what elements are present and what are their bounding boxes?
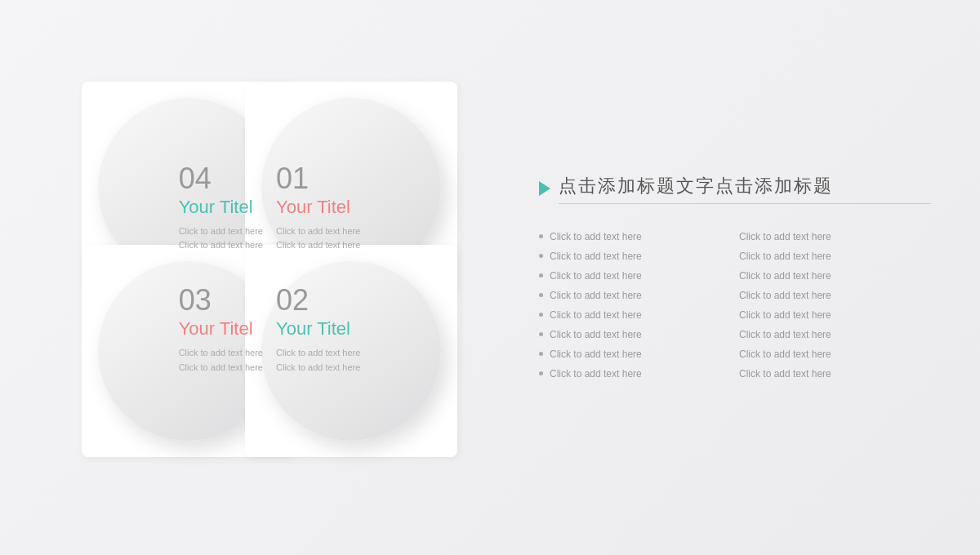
bullet-item-right-0[interactable]: Click to add text here bbox=[739, 229, 931, 245]
slide: 04 Your Titel Click to add text here Cli… bbox=[0, 0, 980, 555]
bullet-item-right-7[interactable]: Click to add text here bbox=[739, 366, 931, 382]
card-title-04: Your Titel bbox=[179, 197, 263, 218]
card-text2-01: Click to add text here bbox=[276, 238, 360, 253]
bullet-dot-3 bbox=[539, 293, 543, 297]
bullet-text-right-5: Click to add text here bbox=[739, 329, 831, 340]
card-number-02: 02 bbox=[276, 286, 360, 315]
bullet-item-right-1[interactable]: Click to add text here bbox=[739, 248, 931, 264]
bullet-dot-0 bbox=[539, 234, 543, 238]
bullet-dot-5 bbox=[539, 332, 543, 336]
bullet-text-left-2: Click to add text here bbox=[550, 270, 642, 282]
bullet-text-right-6: Click to add text here bbox=[739, 349, 831, 360]
bullet-text-left-6: Click to add text here bbox=[550, 349, 642, 360]
bullet-text-left-7: Click to add text here bbox=[550, 368, 642, 380]
card-title-03: Your Titel bbox=[179, 318, 263, 340]
bullet-item-left-1[interactable]: Click to add text here bbox=[539, 248, 731, 264]
card-text1-02: Click to add text here bbox=[276, 346, 360, 361]
bullet-dot-6 bbox=[539, 352, 543, 356]
card-text1-03: Click to add text here bbox=[179, 346, 263, 361]
bullet-text-right-2: Click to add text here bbox=[739, 270, 831, 282]
bullet-dot-1 bbox=[539, 254, 543, 258]
bullet-item-left-6[interactable]: Click to add text here bbox=[539, 346, 731, 362]
card-title-02: Your Titel bbox=[276, 318, 360, 340]
heading-arrow-icon bbox=[539, 181, 550, 196]
card-content-01: 01 Your Titel Click to add text here Cli… bbox=[276, 164, 360, 253]
right-section: 点击添加标题文字点击添加标题 Click to add text hereCli… bbox=[539, 174, 931, 382]
card-number-03: 03 bbox=[179, 286, 263, 315]
section-heading: 点击添加标题文字点击添加标题 bbox=[539, 174, 931, 204]
cards-container: 04 Your Titel Click to add text here Cli… bbox=[65, 65, 490, 490]
bullet-text-left-3: Click to add text here bbox=[550, 290, 642, 301]
card-text1-04: Click to add text here bbox=[179, 224, 263, 239]
bullet-item-left-5[interactable]: Click to add text here bbox=[539, 326, 731, 343]
bullet-item-right-5[interactable]: Click to add text here bbox=[739, 326, 931, 343]
bullet-list: Click to add text hereClick to add text … bbox=[539, 229, 931, 382]
bullet-item-left-3[interactable]: Click to add text here bbox=[539, 287, 731, 304]
bullet-text-left-1: Click to add text here bbox=[550, 251, 642, 262]
bullet-text-left-0: Click to add text here bbox=[550, 231, 642, 242]
bullet-text-right-1: Click to add text here bbox=[739, 251, 831, 262]
bullet-text-left-5: Click to add text here bbox=[550, 329, 642, 340]
bullet-dot-2 bbox=[539, 273, 543, 278]
bullet-text-right-4: Click to add text here bbox=[739, 309, 831, 321]
bullet-item-left-4[interactable]: Click to add text here bbox=[539, 307, 731, 323]
bullet-item-left-7[interactable]: Click to add text here bbox=[539, 366, 731, 382]
card-title-01: Your Titel bbox=[276, 197, 360, 218]
card-number-01: 01 bbox=[276, 164, 360, 193]
bullet-text-left-4: Click to add text here bbox=[550, 309, 642, 321]
card-text2-04: Click to add text here bbox=[179, 238, 263, 253]
card-number-04: 04 bbox=[179, 164, 263, 193]
heading-text[interactable]: 点击添加标题文字点击添加标题 bbox=[559, 174, 931, 204]
card-text2-03: Click to add text here bbox=[179, 361, 263, 375]
bullet-item-right-4[interactable]: Click to add text here bbox=[739, 307, 931, 323]
bullet-text-right-0: Click to add text here bbox=[739, 231, 831, 242]
bullet-item-right-3[interactable]: Click to add text here bbox=[739, 287, 931, 304]
card-content-04: 04 Your Titel Click to add text here Cli… bbox=[179, 164, 263, 253]
card-content-02: 02 Your Titel Click to add text here Cli… bbox=[276, 286, 360, 375]
bullet-dot-4 bbox=[539, 313, 543, 317]
card-text1-01: Click to add text here bbox=[276, 224, 360, 239]
card-content-03: 03 Your Titel Click to add text here Cli… bbox=[179, 286, 263, 375]
bullet-item-right-6[interactable]: Click to add text here bbox=[739, 346, 931, 362]
bullet-item-left-0[interactable]: Click to add text here bbox=[539, 229, 731, 245]
bullet-dot-7 bbox=[539, 371, 543, 375]
bullet-text-right-3: Click to add text here bbox=[739, 290, 831, 301]
bullet-text-right-7: Click to add text here bbox=[739, 368, 831, 380]
card-02[interactable]: 02 Your Titel Click to add text here Cli… bbox=[261, 261, 474, 473]
bullet-item-right-2[interactable]: Click to add text here bbox=[739, 268, 931, 284]
card-text2-02: Click to add text here bbox=[276, 361, 360, 375]
bullet-item-left-2[interactable]: Click to add text here bbox=[539, 268, 731, 284]
